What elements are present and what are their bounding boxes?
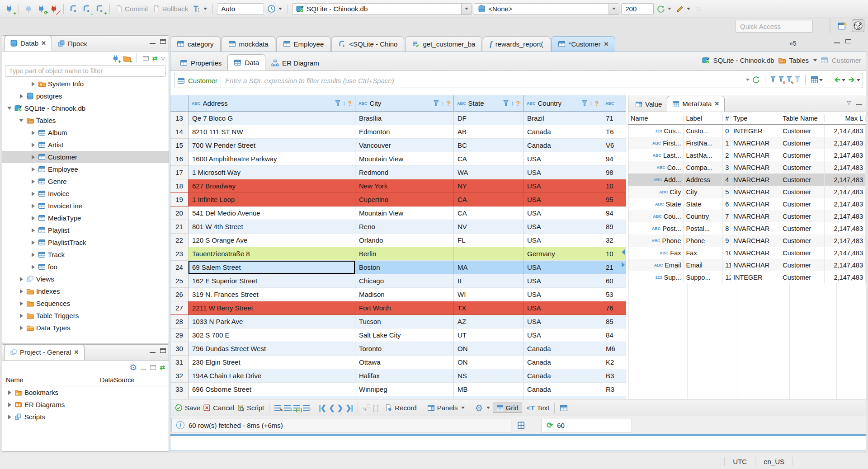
data-cell[interactable]: USA	[524, 315, 602, 328]
data-cell[interactable]: 84	[602, 328, 626, 342]
close-icon[interactable]: ✕	[604, 41, 609, 47]
maximize-icon[interactable]	[845, 39, 851, 43]
collapse-icon[interactable]	[141, 368, 146, 370]
data-cell[interactable]: 700 W Pender Street	[189, 139, 355, 152]
data-cell[interactable]: 796 Dundas Street West	[189, 342, 355, 356]
tree-collapsed-icon[interactable]	[30, 82, 36, 86]
tree-item-employee[interactable]: Employee	[2, 163, 169, 175]
tree-item-foo[interactable]: foo	[2, 261, 169, 273]
metadata-row[interactable]: 123Cus...Custo...0INTEGERCustomer2,147,4…	[628, 125, 866, 137]
data-cell[interactable]: 1600 Amphitheatre Parkway	[189, 152, 355, 166]
row-number-cell[interactable]: 30	[170, 342, 189, 356]
filter-apply-icon[interactable]	[770, 76, 776, 83]
meta-column-header-type[interactable]: Type	[731, 115, 780, 122]
data-cell[interactable]: Berlin	[355, 247, 454, 261]
data-cell[interactable]: Mountain View	[355, 206, 454, 220]
row-number-cell[interactable]: 15	[170, 139, 189, 152]
data-cell[interactable]: 194A Chain Lake Drive	[189, 369, 355, 383]
gear-icon[interactable]: ⚙	[129, 363, 137, 372]
quick-filter-icon[interactable]: ?	[348, 100, 352, 107]
data-cell[interactable]: M6	[602, 342, 626, 356]
data-cell[interactable]: IL	[454, 274, 524, 288]
data-cell[interactable]: Salt Lake City	[355, 328, 454, 342]
metadata-row[interactable]: ABCPhonePhone9NVARCHARCustomer2,147,483	[628, 234, 866, 247]
data-cell[interactable]: Edmonton	[355, 125, 454, 139]
commit-button[interactable]: Commit	[114, 4, 150, 14]
close-icon[interactable]: ✕	[41, 40, 46, 47]
refresh-toggle-button[interactable]	[656, 4, 673, 14]
panel-collapse-left-icon[interactable]	[622, 249, 625, 255]
tab-overflow-button[interactable]: »5	[789, 40, 797, 47]
tab-projects[interactable]: Проек	[52, 36, 92, 51]
filter-table-name[interactable]: Customer	[188, 77, 217, 84]
data-cell[interactable]: Germany	[524, 247, 602, 261]
tree-item-system-info[interactable]: System Info	[2, 78, 169, 90]
nav-back-button[interactable]	[833, 75, 845, 84]
data-cell[interactable]: AZ	[454, 315, 524, 328]
data-cell[interactable]: 801 W 4th Street	[189, 220, 355, 234]
metadata-row[interactable]: ABCAdd...Address4NVARCHARCustomer2,147,4…	[628, 174, 866, 186]
data-cell[interactable]: USA	[524, 206, 602, 220]
data-cell[interactable]: 10	[602, 179, 626, 193]
sort-icon[interactable]: ↕	[511, 100, 514, 107]
tab-er-diagram[interactable]: ER Diagram	[265, 55, 325, 70]
data-cell[interactable]: USA	[524, 152, 602, 166]
tree-collapsed-icon[interactable]	[19, 94, 24, 98]
tree-item-tables[interactable]: Tables	[2, 114, 169, 127]
column-header-city[interactable]: ABCCity↕?	[355, 95, 454, 112]
open-sql-editor-button[interactable]: →	[81, 4, 92, 14]
data-cell[interactable]	[454, 247, 524, 261]
row-number-cell[interactable]: 31	[170, 356, 189, 369]
quick-filter-icon[interactable]: ?	[446, 100, 450, 107]
view-menu-icon[interactable]: ▽	[847, 100, 851, 106]
metadata-row[interactable]: ABCPost...Postal...8NVARCHARCustomer2,14…	[628, 222, 866, 234]
close-icon[interactable]: ✕	[714, 100, 719, 107]
data-cell[interactable]: USA	[524, 288, 602, 301]
view-menu-icon[interactable]: ▽	[161, 56, 165, 61]
tree-collapsed-icon[interactable]	[19, 301, 24, 306]
data-cell[interactable]: Madison	[355, 288, 454, 301]
new-sql-script-button[interactable]: +	[94, 4, 105, 14]
data-cell[interactable]: ON	[454, 356, 524, 369]
column-header-partial[interactable]: ABC	[602, 95, 626, 112]
filter-edit-icon[interactable]: ✎	[787, 76, 792, 83]
data-cell[interactable]: NY	[454, 179, 524, 193]
tab-data[interactable]: Data	[227, 54, 265, 70]
commit-mode-combo[interactable]: Auto	[217, 3, 264, 15]
project-item-er-diagrams[interactable]: ER Diagrams	[2, 399, 169, 411]
schema-select-combo[interactable]: <None>	[474, 3, 619, 15]
column-header-state[interactable]: ABCState↕?	[454, 95, 524, 112]
row-number-cell[interactable]: 33	[170, 383, 189, 396]
breadcrumb-db[interactable]: SQLite - Chinook.db	[713, 56, 774, 64]
row-number-cell[interactable]: 32	[170, 369, 189, 383]
tab-database-navigator[interactable]: Datab ✕	[4, 35, 52, 51]
tree-collapsed-icon[interactable]	[30, 143, 36, 147]
maximize-icon[interactable]	[160, 348, 166, 353]
tree-item-playlist[interactable]: Playlist	[2, 224, 169, 236]
metadata-row[interactable]: ABCLast...LastNa...2NVARCHARCustomer2,14…	[628, 149, 866, 161]
tree-item-mediatype[interactable]: MediaType	[2, 212, 169, 224]
data-cell[interactable]: 8210 111 ST NW	[189, 125, 355, 139]
duplicate-row-icon[interactable]: (+)	[293, 405, 300, 411]
tree-collapsed-icon[interactable]	[30, 240, 36, 245]
data-cell[interactable]: USA	[524, 328, 602, 342]
data-cell[interactable]: 696 Osborne Street	[189, 383, 355, 396]
panels-button[interactable]: Panels	[427, 404, 465, 412]
dbeaver-perspective-button[interactable]	[852, 19, 864, 32]
row-number-cell[interactable]: 29	[170, 328, 189, 342]
tree-expanded-icon[interactable]	[19, 119, 24, 122]
data-cell[interactable]: 627 Broadway	[189, 179, 355, 193]
metadata-row[interactable]: ABCCo...Compa...3NVARCHARCustomer2,147,4…	[628, 161, 866, 174]
data-cell[interactable]: UT	[454, 328, 524, 342]
column-header-datasource[interactable]: DataSource	[96, 376, 135, 384]
meta-column-header-max-l[interactable]: Max L	[825, 115, 866, 122]
meta-column-header-label[interactable]: Label	[684, 115, 723, 122]
tree-expanded-icon[interactable]	[7, 107, 12, 110]
sort-icon[interactable]: ↕	[441, 100, 444, 107]
open-perspective-button[interactable]	[837, 21, 847, 31]
tree-item-sequences[interactable]: Sequences	[2, 297, 169, 310]
combo-arrow[interactable]	[609, 4, 619, 14]
data-cell[interactable]: Tucson	[355, 315, 454, 328]
metadata-row[interactable]: ABCCityCity5NVARCHARCustomer2,147,483	[628, 186, 866, 198]
link-with-editor-button[interactable]: ⇄	[160, 364, 165, 371]
